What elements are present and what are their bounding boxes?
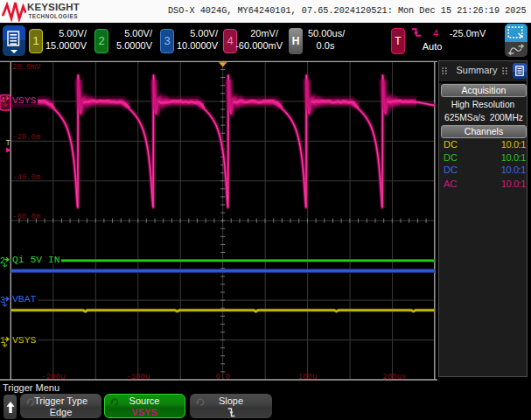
svg-text:T: T (6, 139, 11, 148)
svg-text:-200u: -200u (41, 373, 65, 382)
svg-text:200us: 200us (382, 373, 406, 382)
svg-text:VSYS: VSYS (12, 335, 37, 346)
svg-text:-100u: -100u (126, 373, 150, 382)
svg-text:VSYS: VSYS (12, 95, 37, 106)
svg-text:-60.0m: -60.0m (12, 213, 40, 221)
svg-text:4: 4 (1, 96, 5, 105)
svg-text:VBAT: VBAT (12, 294, 37, 304)
svg-text:100u: 100u (298, 373, 318, 382)
svg-text:-40.0m: -40.0m (12, 173, 40, 182)
svg-text:Qi 5V IN: Qi 5V IN (12, 255, 60, 265)
svg-text:20.0mV: 20.0mV (12, 63, 41, 72)
svg-text:0.0: 0.0 (216, 373, 230, 382)
svg-text:-20.0m: -20.0m (12, 133, 40, 142)
